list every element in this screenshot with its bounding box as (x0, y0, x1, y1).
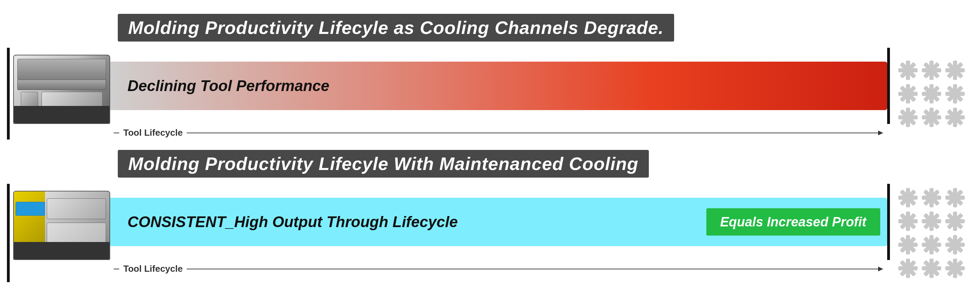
section-2: Molding Productivity Lifecyle With Maint… (7, 150, 973, 282)
part-icon (921, 187, 942, 208)
part-icon (921, 60, 942, 81)
section2-diagram: CONSISTENT_High Output Through Lifecycle… (7, 184, 973, 282)
part-icon (897, 60, 918, 81)
section1-diagram: Declining Tool Performance Tool Lifecycl… (7, 48, 973, 139)
section1-bar-label: Declining Tool Performance (107, 77, 350, 95)
part-icon (945, 107, 966, 128)
section1-title: Molding Productivity Lifecyle as Cooling… (128, 17, 664, 38)
section2-lifecycle-arrow (187, 269, 883, 269)
section1-title-bar: Molding Productivity Lifecyle as Cooling… (118, 14, 674, 41)
section1-right-border (887, 48, 890, 124)
section2-title: Molding Productivity Lifecyle With Maint… (128, 154, 638, 174)
machine-2-body (13, 191, 110, 260)
machine-2 (10, 184, 114, 260)
part-icon (897, 107, 918, 128)
machine-1 (10, 48, 114, 124)
section2-bar-container: CONSISTENT_High Output Through Lifecycle… (107, 198, 887, 246)
section-1: Molding Productivity Lifecyle as Cooling… (7, 14, 973, 139)
part-icon (945, 187, 966, 208)
part-icon (921, 258, 942, 279)
part-icon (921, 84, 942, 104)
section2-left-border (7, 184, 10, 282)
section1-arrow-start (114, 133, 119, 133)
section2-parts-column (890, 184, 973, 282)
part-icon (945, 211, 966, 232)
section2-bar-label: CONSISTENT_High Output Through Lifecycle (107, 213, 478, 231)
part-icon (945, 234, 966, 255)
section2-content: CONSISTENT_High Output Through Lifecycle… (10, 184, 890, 282)
profit-badge: Equals Increased Profit (706, 208, 880, 236)
machine-1-body (13, 55, 110, 124)
section2-arrow-start (114, 269, 119, 269)
section1-left-border (7, 48, 10, 139)
section1-parts-column (890, 48, 973, 139)
part-icon (945, 84, 966, 104)
part-icon (945, 60, 966, 81)
section1-lifecycle-row: Tool Lifecycle (10, 124, 890, 139)
section2-lifecycle-label: Tool Lifecycle (123, 263, 183, 274)
section1-gradient-bar: Declining Tool Performance (107, 62, 887, 110)
section1-parts-grid (897, 60, 966, 128)
section2-title-bar: Molding Productivity Lifecyle With Maint… (118, 150, 649, 177)
section2-right-border (887, 184, 890, 260)
section2-lifecycle-row: Tool Lifecycle (10, 260, 890, 275)
part-icon (897, 84, 918, 104)
profit-label: Equals Increased Profit (720, 215, 866, 229)
part-icon (921, 234, 942, 255)
part-icon (921, 211, 942, 232)
part-icon (921, 107, 942, 128)
section1-lifecycle-arrow (187, 133, 883, 133)
part-icon (897, 211, 918, 232)
part-icon (897, 258, 918, 279)
section2-gradient-bar: CONSISTENT_High Output Through Lifecycle… (107, 198, 887, 246)
section2-bar-row: CONSISTENT_High Output Through Lifecycle… (10, 184, 890, 260)
section1-lifecycle-label: Tool Lifecycle (123, 127, 183, 138)
section2-parts-grid (897, 187, 966, 279)
section1-bar-row: Declining Tool Performance (10, 48, 890, 124)
section1-bar-container: Declining Tool Performance (107, 62, 887, 110)
part-icon (897, 187, 918, 208)
section1-content: Declining Tool Performance Tool Lifecycl… (10, 48, 890, 139)
part-icon (945, 258, 966, 279)
part-icon (897, 234, 918, 255)
